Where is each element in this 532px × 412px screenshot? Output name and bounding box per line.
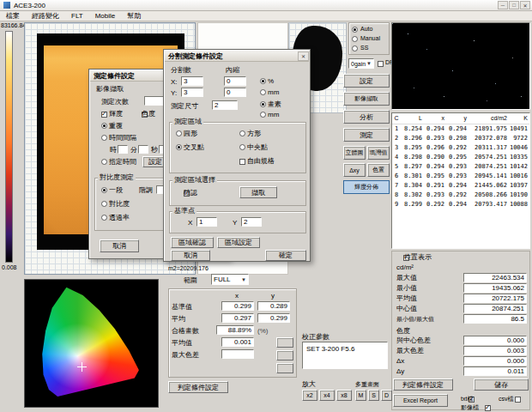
- multi-s-button[interactable]: S: [368, 390, 379, 401]
- transmit-radio[interactable]: [101, 215, 107, 221]
- menu-item-path-change[interactable]: 經路變化: [26, 11, 65, 21]
- mode-auto-radio[interactable]: [352, 27, 358, 33]
- table-cell: 6: [392, 172, 402, 181]
- stats-judge-button[interactable]: 判定條件設定: [393, 379, 453, 391]
- area-cross-radio[interactable]: [176, 144, 182, 150]
- csv-file-checkbox[interactable]: [515, 397, 521, 403]
- hour-field[interactable]: [118, 145, 128, 154]
- inset-mm-radio[interactable]: [260, 89, 266, 95]
- excel-report-button[interactable]: Excel Report: [393, 394, 448, 407]
- dr-checkbox[interactable]: [378, 61, 384, 67]
- table-row[interactable]: 68.3010.2950.29320945.14110016: [392, 172, 529, 181]
- set-button[interactable]: 設定: [343, 74, 390, 88]
- measure-cancel-button[interactable]: 取消: [100, 239, 139, 252]
- table-cell: 0.292: [446, 143, 469, 153]
- measure-size-field[interactable]: 2: [212, 100, 238, 110]
- close-button[interactable]: ✕: [520, 1, 530, 9]
- area-square-label: 方形: [247, 130, 261, 138]
- table-row[interactable]: 38.2950.2960.29220311.31710046: [392, 143, 529, 153]
- mode-group: Auto Manual SS: [348, 22, 390, 55]
- zoom-x8-button[interactable]: x8: [336, 390, 352, 401]
- table-row[interactable]: 98.2990.2920.29420793.41710088: [392, 200, 529, 209]
- inset-y-field[interactable]: 0: [224, 88, 246, 97]
- zoom-x4-button[interactable]: x4: [319, 390, 335, 401]
- spec-time-radio[interactable]: [101, 159, 107, 165]
- zoom-x2-button[interactable]: x2: [302, 390, 317, 401]
- area-center-radio[interactable]: [239, 144, 245, 150]
- table-cell: 8: [392, 191, 402, 200]
- base-point-label: 基準点: [172, 207, 196, 215]
- menu-item-help[interactable]: 幫助: [121, 11, 147, 21]
- inset-mm-label: mm: [268, 88, 279, 97]
- area-select-label: 測定區域選擇: [172, 176, 217, 184]
- area-capture-button[interactable]: 擷取: [239, 186, 277, 198]
- measurement-table[interactable]: C L x y cd/m2 K 18.2540.2940.29421891.97…: [391, 112, 530, 249]
- repeat-radio[interactable]: [101, 123, 107, 129]
- table-cell: 8.302: [402, 191, 424, 200]
- area-circle-label: 圓形: [184, 130, 197, 138]
- area-free-checkbox[interactable]: [239, 159, 245, 165]
- menu-item-mobile[interactable]: Mobile: [89, 12, 122, 20]
- gain-select[interactable]: 0gain ▼: [348, 58, 374, 69]
- minimize-button[interactable]: ─: [498, 1, 508, 9]
- save-button[interactable]: 儲存: [474, 379, 529, 391]
- contrast-radio[interactable]: [101, 201, 107, 207]
- table-cell: 20874.251: [469, 162, 509, 172]
- csv-file-label: csv檔: [499, 395, 514, 403]
- image-capture-button[interactable]: 影像擷取: [343, 92, 390, 106]
- area-circle-radio[interactable]: [176, 130, 182, 136]
- analyze-button[interactable]: 分析: [343, 110, 390, 124]
- division-ok-button[interactable]: 確定: [265, 250, 306, 261]
- table-cell: 20793.417: [469, 200, 509, 209]
- size-pixel-radio[interactable]: [260, 101, 266, 107]
- table-row[interactable]: 88.3020.2930.29220508.26610190: [392, 191, 529, 200]
- region-set-button[interactable]: 區域設定: [217, 237, 260, 248]
- menu-item-file[interactable]: 檔案: [0, 11, 26, 21]
- mode-manual-radio[interactable]: [352, 36, 358, 42]
- base-x-field[interactable]: 1: [196, 217, 217, 227]
- mode-ss-radio[interactable]: [352, 45, 358, 52]
- cie-diagram[interactable]: [24, 279, 159, 408]
- luminance-dist-button[interactable]: 輝度分佈: [343, 180, 390, 194]
- table-row[interactable]: 58.2970.2940.29320874.25110142: [392, 162, 529, 172]
- region-confirm-button[interactable]: 區域確認: [171, 237, 214, 248]
- table-cell: 10491: [509, 124, 529, 134]
- delta-xy-button[interactable]: Δxy: [343, 163, 366, 177]
- menu-item-flt[interactable]: FLT: [65, 12, 89, 20]
- col-header: C: [392, 113, 402, 124]
- color-position-button[interactable]: 色置: [367, 163, 390, 177]
- multi-m-button[interactable]: M: [355, 390, 366, 401]
- base-y-field[interactable]: 2: [241, 217, 262, 227]
- chroma-max-diff-label: 最大色差: [396, 347, 424, 355]
- luminance-checkbox[interactable]: [101, 112, 107, 118]
- table-cell: 10190: [509, 191, 529, 200]
- division-dialog-title[interactable]: 分割測定條件設定: [165, 51, 309, 62]
- mode-ss-label: SS: [360, 45, 368, 51]
- interval-radio[interactable]: [101, 135, 107, 141]
- table-row[interactable]: 78.3040.2910.29421445.06210397: [392, 181, 529, 191]
- minute-field[interactable]: [138, 145, 148, 154]
- table-row[interactable]: 18.2540.2940.29421891.97510491: [392, 124, 529, 134]
- table-row[interactable]: 48.2980.2900.29520574.25110335: [392, 153, 529, 162]
- y-div-field[interactable]: 3: [181, 88, 203, 97]
- image-file-checkbox[interactable]: [485, 405, 491, 411]
- inset-x-field[interactable]: 0: [224, 76, 246, 86]
- inset-percent-radio[interactable]: [260, 78, 266, 84]
- range-select[interactable]: FULL ▼: [211, 274, 249, 285]
- one-step-radio[interactable]: [101, 187, 107, 193]
- col-header: L: [402, 113, 424, 124]
- division-cancel-button[interactable]: 取消: [171, 250, 210, 261]
- base-x-label: X: [188, 219, 192, 227]
- mura-value-button[interactable]: 瑪灣值: [367, 146, 390, 160]
- table-row[interactable]: 28.2960.2930.29820372.0789722: [392, 134, 529, 143]
- size-mm-radio[interactable]: [260, 112, 266, 118]
- x-div-field[interactable]: 3: [181, 76, 203, 86]
- maximize-button[interactable]: □: [509, 1, 519, 9]
- minute-label: 分: [130, 146, 137, 154]
- solid-view-button[interactable]: 立體圖: [343, 146, 366, 160]
- measure-button[interactable]: 測定: [343, 128, 390, 142]
- division-dialog-close-icon[interactable]: ✕: [298, 52, 309, 61]
- bottom-judge-button[interactable]: 判定條件設定: [168, 381, 228, 393]
- multi-d-button[interactable]: D: [381, 390, 392, 401]
- area-square-radio[interactable]: [239, 130, 245, 136]
